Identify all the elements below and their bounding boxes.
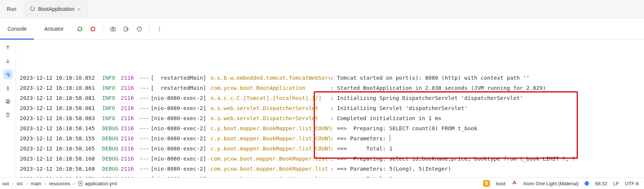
screenshot-icon[interactable] [110,26,116,32]
print-icon[interactable] [3,97,13,106]
module-name[interactable]: boot [496,181,505,186]
log-pid: 2116 [121,73,138,83]
tab-actuator[interactable]: Actuator [34,18,71,39]
svg-point-14 [80,183,81,184]
log-logger: c.y.boot.mapper.BookMapper.list_COUNT [211,144,330,154]
log-colon: : [330,134,337,144]
tab-console[interactable]: Console [0,18,34,39]
crumb-resources[interactable]: resources [49,181,70,186]
svg-point-7 [159,27,160,28]
log-colon: : [330,154,337,164]
status-bar: oot › src › main › resources › applicati… [0,177,644,189]
run-tool-tabs: Run BootApplication × [0,0,644,18]
scroll-up-icon[interactable] [3,43,13,52]
log-timestamp: 2023-12-12 16:18:58.168 [20,164,102,174]
log-thread: [ restartedMain] [151,83,211,93]
console-log[interactable]: 2023-12-12 16:18:10.852INFO 2116---[ res… [16,40,644,179]
toolbar-actions [71,18,166,39]
log-colon: : [330,103,337,113]
log-pid: 2116 [121,144,138,154]
close-icon[interactable]: × [77,6,81,12]
tab-run-label: Run [7,6,16,12]
log-row: 2023-12-12 16:18:58.081INFO 2116---[nio-… [20,93,644,103]
caret-position[interactable]: 68:32 [595,181,607,186]
scroll-to-end-icon[interactable] [3,83,13,93]
log-level: DEBUG [102,154,121,164]
log-gutter [0,40,16,179]
log-timestamp: 2023-12-12 16:18:58.145 [20,124,102,134]
log-logger: c.y.boot.mapper.BookMapper.list_COUNT [211,134,330,144]
module-badge[interactable]: B [483,180,490,187]
log-level: DEBUG [102,124,121,134]
stop-icon[interactable] [90,26,96,32]
log-pid: 2116 [121,134,138,144]
exit-icon[interactable] [123,26,129,32]
crumb-root[interactable]: oot [2,181,9,186]
svg-point-8 [159,28,160,30]
log-level: DEBUG [102,164,121,174]
tab-boot-application[interactable]: BootApplication × [23,0,88,18]
log-timestamp: 2023-12-12 16:18:58.081 [20,103,102,113]
log-colon: : [330,83,337,93]
log-level: INFO [102,113,121,124]
log-row: 2023-12-12 16:18:58.168DEBUG2116---[nio-… [20,164,644,174]
theme-name[interactable]: Atom One Light (Material) [523,181,579,186]
log-thread: [nio-8080-exec-2] [151,144,211,154]
log-row: 2023-12-12 16:18:10.852INFO 2116---[ res… [20,73,644,83]
log-timestamp: 2023-12-12 16:18:58.081 [20,93,102,103]
tab-boot-application-label: BootApplication [38,6,74,12]
line-separator[interactable]: LF [613,181,619,186]
log-colon: : [330,124,337,134]
log-colon: : [330,73,337,83]
log-message: ==> Preparing: select id,bookname,price,… [337,154,644,164]
log-sep: --- [138,113,151,124]
trash-icon[interactable] [3,110,13,120]
log-pid: 2116 [121,83,138,93]
log-logger: o.s.web.servlet.DispatcherServlet [211,103,330,113]
crumb-src[interactable]: src [16,181,23,186]
breadcrumb[interactable]: oot › src › main › resources › applicati… [0,181,117,186]
log-logger: com.ycxw.boot.mapper.BookMapper.list [211,154,330,164]
log-thread: [nio-8080-exec-2] [151,154,211,164]
log-timestamp: 2023-12-12 16:18:58.155 [20,134,102,144]
chevron-right-icon: › [44,181,46,186]
log-logger: c.y.boot.mapper.BookMapper.list_COUNT [211,124,330,134]
log-row: 2023-12-12 16:18:58.155DEBUG2116---[nio-… [20,134,644,144]
log-thread: [nio-8080-exec-2] [151,164,211,174]
scroll-down-icon[interactable] [3,56,13,66]
file-encoding[interactable]: UTF-8 [625,181,639,186]
tab-run[interactable]: Run [0,0,23,18]
log-pid: 2116 [121,103,138,113]
log-pid: 2116 [121,154,138,164]
log-message: Tomcat started on port(s): 8080 (http) w… [337,73,644,83]
log-logger: com.ycxw.boot.mapper.BookMapper.list [211,164,330,174]
svg-point-9 [159,30,160,31]
log-row: 2023-12-12 16:18:58.165DEBUG2116---[nio-… [20,144,644,154]
log-message: Initializing Servlet 'dispatcherServlet' [337,103,644,113]
rerun-icon[interactable] [77,26,83,32]
crumb-main[interactable]: main [31,181,41,186]
log-timestamp: 2023-12-12 16:18:58.168 [20,154,102,164]
status-dot-icon[interactable] [585,181,589,186]
log-colon: : [330,144,337,154]
log-message: Completed initialization in 1 ms [337,113,644,124]
log-sep: --- [138,124,151,134]
log-sep: --- [138,73,151,83]
log-logger: o.s.b.w.embedded.tomcat.TomcatWebServer [211,73,330,83]
log-thread: [nio-8080-exec-2] [151,124,211,134]
chevron-right-icon: › [73,181,75,186]
chevron-right-icon: › [26,181,28,186]
soft-wrap-icon[interactable] [3,70,13,79]
more-icon[interactable] [156,26,163,32]
log-sep: --- [138,83,151,93]
log-timestamp: 2023-12-12 16:18:10.861 [20,83,102,93]
log-timestamp: 2023-12-12 16:18:10.852 [20,73,102,83]
log-pid: 2116 [121,93,138,103]
crumb-file[interactable]: application.yml [78,181,117,186]
log-logger: o.s.web.servlet.DispatcherServlet [211,113,330,124]
theme-icon [512,180,517,187]
run-toolbar: Console Actuator [0,18,644,40]
log-level: DEBUG [102,144,121,154]
profiler-icon[interactable] [136,26,142,32]
separator [149,25,150,33]
